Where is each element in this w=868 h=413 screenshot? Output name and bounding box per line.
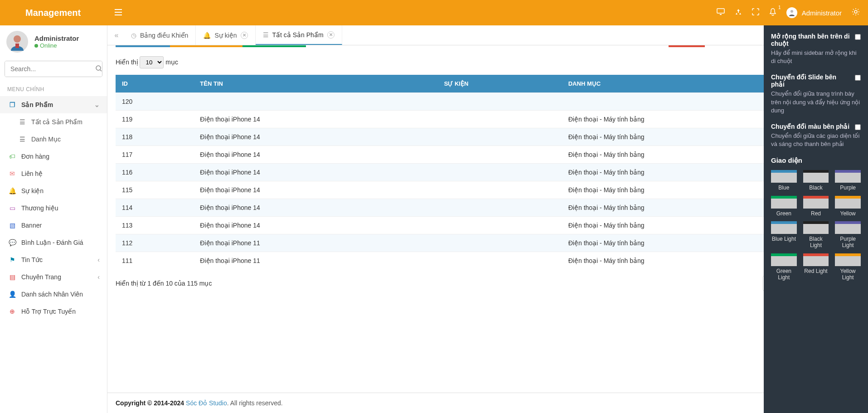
search-input[interactable] — [5, 61, 95, 77]
chevron-down-icon: ⌄ — [94, 101, 100, 108]
svg-rect-8 — [15, 44, 19, 48]
table-row[interactable]: 115Điện thoại iPhone 14Điện thoại - Máy … — [116, 181, 860, 199]
footer: Copyright © 2014-2024 Sóc Đỏ Studio. All… — [107, 393, 868, 413]
svg-rect-1 — [115, 12, 122, 13]
bell-icon[interactable]: 1 — [769, 8, 776, 18]
tabbar: « ◷ Bảng điều Khiển 🔔 Sự kiện ✕ ☰ Tất cả… — [107, 25, 868, 45]
gear-icon[interactable] — [852, 8, 860, 18]
skin-option[interactable]: Black Light — [803, 221, 829, 249]
topbar-right: 1 Administrator — [717, 7, 868, 18]
brand-logo[interactable]: Management — [0, 8, 107, 18]
skin-option[interactable]: Blue — [771, 170, 797, 191]
sidebar: Administrator Online MENU CHÍNH ❐ Sản Ph… — [0, 25, 107, 413]
table-row[interactable]: 111Điện thoại iPhone 11Điện thoại - Máy … — [116, 252, 860, 270]
sidebar-item-events[interactable]: 🔔Sự kiện — [0, 182, 107, 199]
topbar-username: Administrator — [802, 9, 842, 17]
opt2-checkbox[interactable] — [855, 75, 861, 81]
sidebar-item-staff[interactable]: 👤Danh sách Nhân Viên — [0, 286, 107, 303]
table-info: Hiển thị từ 1 đến 10 của 115 mục — [116, 280, 212, 287]
skin-option[interactable]: Green Light — [771, 253, 797, 281]
product-table: IDTÊN TINSỰ KIỆNDANH MỤC 120119Điện thoạ… — [116, 75, 860, 269]
skin-option[interactable]: Black — [803, 170, 829, 191]
length-control: Hiển thị 10 mục — [116, 56, 178, 68]
sidebar-item-comments[interactable]: 💬Bình Luận - Đánh Giá — [0, 234, 107, 251]
notif-count: 1 — [778, 5, 781, 10]
close-icon[interactable]: ✕ — [327, 31, 335, 39]
list-icon: ☰ — [19, 136, 26, 143]
svg-rect-3 — [717, 9, 724, 13]
sidebar-item-all-products[interactable]: ☰Tất cả Sản Phẩm — [0, 113, 107, 131]
sidebar-item-banner[interactable]: ▧Banner — [0, 217, 107, 234]
table-row[interactable]: 113Điện thoại iPhone 14Điện thoại - Máy … — [116, 217, 860, 234]
svg-rect-0 — [115, 9, 122, 10]
skin-option[interactable]: Purple — [835, 170, 861, 191]
opt1-title: Mở rộng thanh bên trên di chuột — [771, 33, 851, 47]
table-row[interactable]: 120 — [116, 93, 860, 111]
skin-option[interactable]: Blue Light — [771, 221, 797, 249]
list-icon: ☰ — [263, 31, 269, 39]
user-menu[interactable]: Administrator — [786, 7, 842, 18]
opt3-desc: Chuyển đổi giữa các giao diện tối và sán… — [771, 132, 861, 148]
bell-icon: 🔔 — [9, 187, 16, 194]
tabs-collapse[interactable]: « — [109, 25, 124, 45]
opt2-title: Chuyển đổi Slide bên phải — [771, 73, 851, 88]
length-select[interactable]: 10 — [140, 56, 164, 68]
table-row[interactable]: 118Điện thoại iPhone 14Điện thoại - Máy … — [116, 128, 860, 146]
col-header[interactable]: SỰ KIỆN — [438, 75, 562, 93]
sidebar-item-news[interactable]: ⚑Tin Tức‹ — [0, 251, 107, 268]
skin-option[interactable]: Green — [771, 196, 797, 217]
recycle-icon[interactable] — [735, 8, 742, 17]
support-icon: ⊕ — [9, 308, 16, 315]
tag-icon: 🏷 — [9, 153, 16, 160]
table-row[interactable]: 119Điện thoại iPhone 14Điện thoại - Máy … — [116, 111, 860, 128]
sidebar-item-category[interactable]: ☰Danh Mục — [0, 131, 107, 148]
table-row[interactable]: 117Điện thoại iPhone 14Điện thoại - Máy … — [116, 146, 860, 164]
chat-icon: 💬 — [9, 239, 16, 246]
monitor-icon[interactable] — [717, 8, 725, 17]
table-row[interactable]: 116Điện thoại iPhone 14Điện thoại - Máy … — [116, 164, 860, 181]
sidebar-username: Administrator — [34, 34, 79, 42]
opt3-checkbox[interactable] — [855, 124, 861, 130]
opt1-checkbox[interactable] — [855, 34, 861, 40]
close-icon[interactable]: ✕ — [241, 32, 248, 39]
news-icon: ▤ — [9, 273, 16, 281]
col-header[interactable]: ID — [116, 75, 194, 93]
tab-all-products[interactable]: ☰ Tất cả Sản Phẩm ✕ — [256, 25, 342, 45]
tab-events[interactable]: 🔔 Sự kiện ✕ — [196, 25, 255, 45]
skin-option[interactable]: Yellow Light — [835, 253, 861, 281]
image-icon: ▧ — [9, 222, 16, 229]
avatar-icon — [786, 7, 797, 18]
sidebar-item-support[interactable]: ⊕Hỗ Trợ Trực Tuyến — [0, 303, 107, 320]
expand-icon[interactable] — [752, 8, 759, 17]
studio-link[interactable]: Sóc Đỏ Studio — [186, 399, 227, 407]
settings-panel: Mở rộng thanh bên trên di chuột Hãy để m… — [764, 25, 868, 413]
svg-rect-2 — [115, 15, 122, 15]
sidebar-item-contact[interactable]: ✉Liên hệ — [0, 165, 107, 182]
sidebar-item-pages[interactable]: ▤Chuyên Trang‹ — [0, 268, 107, 286]
tab-dashboard[interactable]: ◷ Bảng điều Khiển — [124, 25, 196, 45]
opt2-desc: Chuyển đổi giữa trang trình bày trên nội… — [771, 90, 861, 115]
sidebar-item-products[interactable]: ❐ Sản Phẩm ⌄ — [0, 96, 107, 113]
svg-point-9 — [96, 66, 101, 70]
skin-option[interactable]: Red — [803, 196, 829, 217]
table-row[interactable]: 114Điện thoại iPhone 14Điện thoại - Máy … — [116, 199, 860, 217]
table-row[interactable]: 112Điện thoại iPhone 11Điện thoại - Máy … — [116, 234, 860, 252]
sidebar-menu: ❐ Sản Phẩm ⌄ — [0, 96, 107, 113]
skin-option[interactable]: Yellow — [835, 196, 861, 217]
col-header[interactable]: TÊN TIN — [194, 75, 437, 93]
opt3-title: Chuyển đổi màu bên phải — [771, 123, 849, 130]
skin-option[interactable]: Purple Light — [835, 221, 861, 249]
search-button[interactable] — [95, 61, 102, 77]
svg-point-6 — [854, 10, 857, 13]
sidebar-search — [5, 61, 102, 77]
svg-point-5 — [790, 10, 793, 13]
svg-line-10 — [100, 70, 102, 71]
user-status: Online — [34, 42, 79, 49]
skin-option[interactable]: Red Light — [803, 253, 829, 281]
sidebar-item-brand[interactable]: ▭Thương hiệu — [0, 199, 107, 217]
sidebar-item-orders[interactable]: 🏷Đơn hàng — [0, 148, 107, 165]
chevron-left-icon: ‹ — [97, 273, 100, 281]
skins-header: Giao diện — [771, 156, 861, 165]
card-icon: ▭ — [9, 204, 16, 212]
sidebar-toggle[interactable] — [107, 8, 129, 18]
